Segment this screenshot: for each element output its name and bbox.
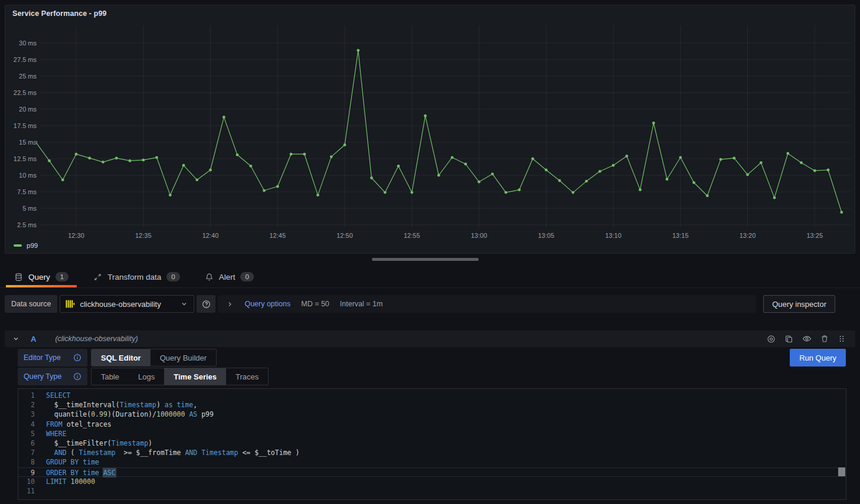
- info-circle-icon[interactable]: [73, 372, 81, 381]
- duplicate-query-icon[interactable]: [784, 335, 793, 343]
- record-circle-icon[interactable]: [767, 335, 776, 343]
- editor-type-option-sql-editor[interactable]: SQL Editor: [91, 349, 151, 366]
- sql-line-7: 7 AND ( Timestamp >= $__fromTime AND Tim…: [18, 448, 846, 457]
- query-type-row: Query Type TableLogsTime SeriesTraces: [18, 368, 269, 385]
- svg-text:20 ms: 20 ms: [19, 106, 37, 113]
- timeseries-panel: Service Performance - p99 30 ms27.5 ms25…: [5, 5, 855, 254]
- run-query-button[interactable]: Run Query: [790, 349, 846, 366]
- sql-line-code: LIMIT 100000: [35, 477, 95, 486]
- svg-text:12:45: 12:45: [269, 232, 286, 239]
- line-number: 7: [18, 448, 35, 457]
- query-inspector-button[interactable]: Query inspector: [763, 295, 835, 313]
- query-type-label-chip: Query Type: [18, 368, 87, 385]
- tab-count-badge: 0: [166, 272, 179, 282]
- svg-text:12:55: 12:55: [404, 232, 420, 239]
- drag-handle-icon[interactable]: [838, 335, 846, 343]
- svg-text:2.5 ms: 2.5 ms: [17, 221, 37, 228]
- query-row-header[interactable]: A (clickhouse-observability): [5, 330, 855, 347]
- sql-line-11: 11: [18, 486, 846, 496]
- svg-text:13:20: 13:20: [740, 232, 756, 239]
- sql-line-code: SELECT: [35, 391, 71, 400]
- chevron-right-icon[interactable]: [226, 300, 234, 308]
- svg-text:13:00: 13:00: [471, 232, 488, 239]
- editor-cursor-marker: [838, 467, 845, 476]
- query-datasource-hint: (clickhouse-observability): [55, 335, 138, 343]
- svg-text:13:15: 13:15: [672, 232, 689, 239]
- query-options-toggle[interactable]: Query options: [244, 300, 290, 308]
- query-type-option-table[interactable]: Table: [91, 368, 129, 385]
- sql-line-1: 1SELECT: [18, 391, 846, 400]
- legend-series-swatch: [14, 244, 22, 247]
- line-number: 2: [18, 400, 35, 410]
- remove-query-icon[interactable]: [820, 335, 829, 343]
- sql-line-9: 9ORDER BY time ASC: [18, 467, 846, 477]
- svg-text:13:05: 13:05: [538, 232, 554, 239]
- tab-transform-data[interactable]: Transform data0: [85, 266, 188, 287]
- line-number: 1: [18, 391, 35, 400]
- svg-text:12:50: 12:50: [336, 232, 353, 239]
- sql-line-code: ORDER BY time ASC: [35, 468, 116, 476]
- tab-label: Transform data: [107, 273, 161, 282]
- line-number: 10: [18, 477, 35, 486]
- question-circle-icon: [202, 300, 211, 309]
- svg-text:17.5 ms: 17.5 ms: [14, 122, 37, 129]
- query-options-bar: Query options MD = 50 Interval = 1m: [218, 295, 756, 313]
- tab-query[interactable]: Query1: [6, 266, 77, 287]
- line-number: 8: [18, 457, 35, 467]
- editor-type-option-query-builder[interactable]: Query Builder: [151, 349, 216, 366]
- sql-line-code: AND ( Timestamp >= $__fromTime AND Times…: [35, 448, 299, 457]
- sql-line-code: quantile(0.99)(Duration)/1000000 AS p99: [35, 410, 214, 419]
- query-type-label: Query Type: [24, 372, 61, 381]
- chevron-down-icon: [180, 300, 188, 308]
- bell-icon: [205, 273, 214, 282]
- info-circle-icon[interactable]: [73, 354, 81, 362]
- tab-label: Alert: [219, 273, 236, 282]
- chart-legend[interactable]: p99: [14, 242, 38, 249]
- timeseries-chart[interactable]: 30 ms27.5 ms25 ms22.5 ms20 ms17.5 ms15 m…: [5, 5, 855, 253]
- svg-text:13:25: 13:25: [806, 232, 823, 239]
- datasource-picker[interactable]: clickhouse-observability: [60, 295, 194, 313]
- sql-line-code: $__timeFilter(Timestamp): [35, 438, 152, 448]
- svg-text:12.5 ms: 12.5 ms: [14, 155, 37, 162]
- sql-line-code: FROM otel_traces: [35, 420, 112, 429]
- tab-alert[interactable]: Alert0: [197, 266, 262, 287]
- grafana-panel-editor: Service Performance - p99 30 ms27.5 ms25…: [0, 0, 860, 504]
- svg-text:15 ms: 15 ms: [19, 139, 37, 146]
- horizontal-scrollbar[interactable]: [372, 258, 479, 261]
- tab-count-badge: 1: [55, 272, 68, 282]
- line-number: 6: [18, 438, 35, 448]
- sql-line-code: GROUP BY time: [35, 457, 99, 467]
- sql-line-code: WHERE: [35, 429, 67, 438]
- svg-text:25 ms: 25 ms: [19, 73, 37, 80]
- svg-text:5 ms: 5 ms: [22, 205, 37, 212]
- query-row-actions: [767, 334, 855, 343]
- database-icon: [14, 273, 23, 282]
- sql-line-4: 4FROM otel_traces: [18, 420, 846, 429]
- svg-text:13:10: 13:10: [605, 232, 622, 239]
- editor-type-label-chip: Editor Type: [18, 349, 87, 366]
- tab-count-badge: 0: [240, 272, 253, 282]
- editor-type-group: SQL EditorQuery Builder: [91, 349, 217, 366]
- query-type-option-time-series[interactable]: Time Series: [164, 368, 226, 385]
- panel-edit-tabs: Query1Transform data0Alert0: [0, 266, 860, 288]
- hide-response-icon[interactable]: [802, 334, 812, 343]
- sql-line-5: 5WHERE: [18, 429, 846, 438]
- line-number: 5: [18, 429, 35, 438]
- query-type-option-logs[interactable]: Logs: [129, 368, 164, 385]
- svg-text:10 ms: 10 ms: [19, 172, 37, 179]
- sql-line-code: [35, 486, 46, 496]
- panel-title[interactable]: Service Performance - p99: [12, 9, 107, 18]
- datasource-label: Data source: [5, 295, 57, 313]
- sql-line-8: 8GROUP BY time: [18, 457, 846, 467]
- transform-icon: [93, 273, 102, 282]
- query-ref-id[interactable]: A: [31, 335, 36, 343]
- editor-type-row: Editor Type SQL EditorQuery Builder: [18, 349, 217, 366]
- interval-value: Interval = 1m: [340, 300, 383, 308]
- query-type-option-traces[interactable]: Traces: [226, 368, 268, 385]
- sql-line-6: 6 $__timeFilter(Timestamp): [18, 438, 846, 448]
- max-data-points-value: MD = 50: [301, 300, 329, 308]
- query-type-group: TableLogsTime SeriesTraces: [91, 368, 269, 385]
- datasource-help-button[interactable]: [197, 295, 215, 313]
- sql-code-editor[interactable]: 1SELECT2 $__timeInterval(Timestamp) as t…: [18, 388, 846, 500]
- collapse-query-icon[interactable]: [12, 335, 20, 343]
